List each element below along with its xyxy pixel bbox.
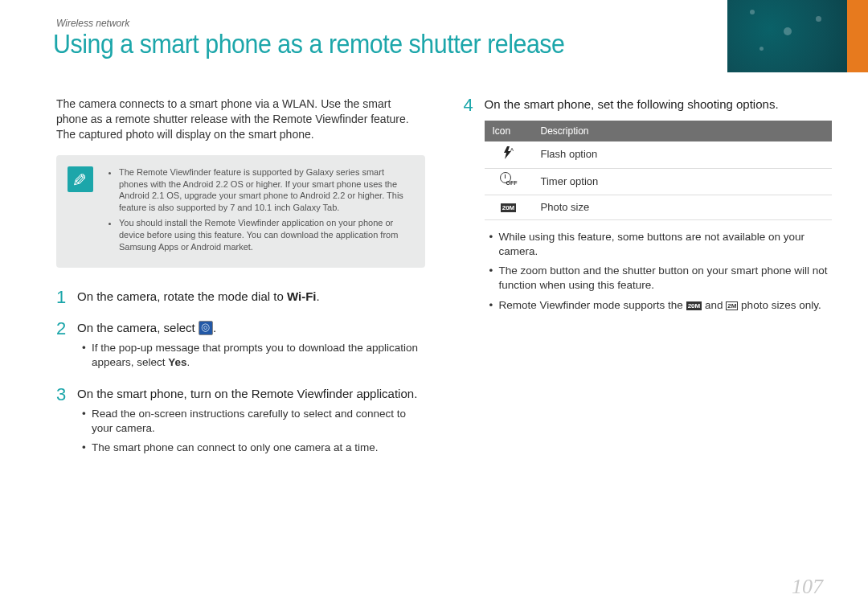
wifi-label-icon: Wi-Fi (287, 289, 317, 303)
size-icon-20m: 20M (686, 301, 702, 310)
step-4-title: On the smart phone, set the following sh… (485, 96, 833, 113)
step-1-post: . (317, 289, 320, 303)
b3-mid: and (702, 299, 726, 311)
timer-desc: Timer option (533, 168, 833, 195)
flash-icon-cell: A (485, 141, 533, 168)
col-description: Description (533, 121, 833, 141)
step-3-bullet: Read the on-screen instructions carefull… (80, 407, 425, 436)
flash-desc: Flash option (533, 141, 833, 168)
size-icon-cell: 20M (485, 195, 533, 220)
step-4-bullet: Remote Viewfinder mode supports the 20M … (488, 298, 833, 313)
page-number: 107 (792, 575, 823, 599)
remote-viewfinder-icon (199, 321, 213, 335)
step-2-post: . (213, 321, 216, 334)
intro-text: The camera connects to a smart phone via… (56, 96, 425, 142)
step-2-title: On the camera, select . (77, 320, 425, 336)
step-2: 2 On the camera, select . If the pop-up … (56, 320, 425, 375)
table-row: OFF Timer option (485, 168, 833, 195)
table-row: A Flash option (485, 141, 833, 168)
step-number: 3 (56, 386, 68, 460)
page-title: Using a smart phone as a remote shutter … (53, 29, 565, 59)
step-1-pre: On the camera, rotate the mode dial to (77, 289, 287, 303)
step-4: 4 On the smart phone, set the following … (464, 96, 833, 318)
col-icon: Icon (485, 121, 533, 141)
step-1: 1 On the camera, rotate the mode dial to… (56, 289, 425, 310)
step-1-title: On the camera, rotate the mode dial to W… (77, 289, 425, 305)
breadcrumb: Wireless network (56, 18, 129, 29)
content-columns: The camera connects to a smart phone via… (56, 96, 832, 583)
step-2-pre: On the camera, select (77, 321, 199, 334)
left-column: The camera connects to a smart phone via… (56, 96, 425, 583)
note-item: The Remote Viewfinder feature is support… (119, 166, 412, 214)
right-column: 4 On the smart phone, set the following … (464, 96, 833, 583)
photo-size-icon: 20M (501, 203, 517, 212)
step-4-bullet: The zoom button and the shutter button o… (488, 264, 833, 293)
step-2-bullet-post: . (187, 356, 190, 368)
svg-text:A: A (510, 147, 514, 152)
step-3-bullet: The smart phone can connect to only one … (80, 441, 425, 455)
b3-pre: Remote Viewfinder mode supports the (499, 299, 686, 311)
step-2-bullet-pre: If the pop-up message that prompts you t… (92, 342, 418, 368)
size-desc: Photo size (533, 195, 833, 220)
step-4-bullet: While using this feature, some buttons a… (488, 230, 833, 259)
step-3: 3 On the smart phone, turn on the Remote… (56, 386, 425, 460)
note-icon (68, 166, 93, 192)
step-number: 4 (464, 96, 475, 318)
table-row: 20M Photo size (485, 195, 833, 220)
manual-page: Wireless network Using a smart phone as … (0, 0, 868, 615)
yes-label: Yes (168, 356, 186, 368)
options-table: Icon Description A Flash option (485, 121, 833, 220)
note-item: You should install the Remote Viewfinder… (119, 217, 412, 253)
step-2-bullet: If the pop-up message that prompts you t… (80, 341, 425, 370)
section-tab (847, 0, 868, 72)
timer-icon-cell: OFF (485, 168, 533, 195)
step-number: 2 (56, 320, 68, 375)
size-icon-2m: 2M (726, 301, 738, 310)
note-box: The Remote Viewfinder feature is support… (56, 155, 425, 268)
step-number: 1 (56, 289, 68, 310)
step-3-title: On the smart phone, turn on the Remote V… (77, 386, 425, 402)
flash-icon: A (502, 146, 516, 163)
b3-post: photo sizes only. (738, 299, 821, 311)
timer-off-icon: OFF (500, 174, 518, 187)
